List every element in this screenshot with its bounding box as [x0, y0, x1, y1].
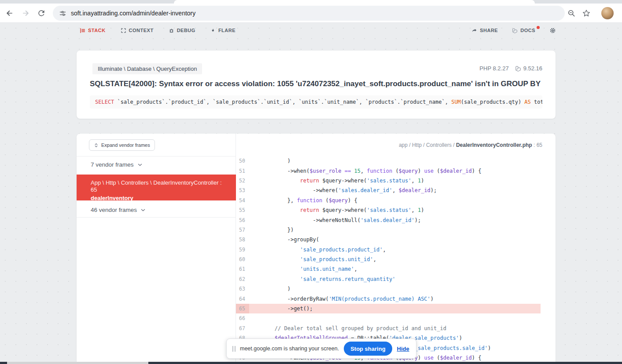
browser-tab-strip [0, 0, 622, 4]
token: ->orderByRaw( [249, 296, 329, 302]
vendor-frames-top-label: 7 vendor frames [91, 161, 134, 168]
token: $query [329, 197, 348, 204]
token: 'units.unit_name' [300, 266, 354, 272]
settings-gear-button[interactable] [549, 27, 556, 34]
exception-class-badge: Illuminate \ Database \ QueryException [92, 63, 202, 74]
profile-avatar[interactable] [601, 7, 614, 19]
share-status-text: meet.google.com is sharing your screen. [240, 346, 339, 352]
url-bar[interactable]: soft.inayattrading.com/admin/dealer-inve… [53, 6, 565, 21]
token: ) [418, 355, 424, 361]
token: 'sales.status' [367, 178, 411, 184]
expand-vendor-frames-button[interactable]: Expand vendor frames [89, 139, 155, 151]
reload-button[interactable] [37, 9, 46, 18]
token: $dealer_id [440, 168, 472, 174]
token: , [361, 168, 367, 174]
code-line: 54 }, function ($query) { [236, 196, 541, 205]
code-text: ->where('sales.dealer_id', $dealer_id); [249, 187, 437, 193]
line-number: 50 [236, 156, 249, 166]
line-number: 61 [236, 264, 249, 274]
divider [77, 217, 236, 218]
zoom-icon[interactable] [567, 9, 576, 18]
token: ) { [472, 168, 482, 174]
tab-flare[interactable]: FLARE [210, 28, 236, 33]
token: ) { [472, 355, 482, 361]
code-text: return $query->where('sales.status', 1) [249, 207, 424, 213]
line-number: 59 [236, 245, 249, 255]
file-path[interactable]: app / Http / Controllers / DealerInvento… [399, 142, 542, 148]
token: ->when( [249, 168, 309, 174]
stop-sharing-button[interactable]: Stop sharing [344, 342, 392, 356]
code-line: 53 ->where('sales.dealer_id', $dealer_id… [236, 186, 541, 195]
back-button[interactable] [5, 9, 14, 18]
tab-context[interactable]: CONTEXT [121, 28, 154, 33]
token: $user_role [309, 168, 341, 174]
vendor-frames-group-bottom[interactable]: 46 vendor frames [91, 207, 145, 213]
site-info-icon[interactable] [59, 10, 66, 17]
tab-context-label: CONTEXT [129, 28, 154, 33]
gear-icon [549, 27, 556, 34]
tab-debug[interactable]: DEBUG [169, 28, 195, 33]
token: ( [434, 355, 440, 361]
line-number: 52 [236, 176, 249, 186]
token: 'sale_products.product_id' [300, 247, 383, 253]
token [249, 207, 300, 213]
token: ) { [348, 197, 357, 204]
code-line: 55 return $query->where('sales.status', … [236, 205, 541, 215]
stack-trace-card: Expand vendor frames 7 vendor frames App… [77, 134, 556, 364]
code-line: 61 'units.unit_name', [236, 264, 541, 274]
chevron-down-icon [138, 164, 142, 166]
token: $dealer_id [399, 187, 431, 193]
flare-nav-tabs: STACK CONTEXT DEBUG FLARE [80, 28, 236, 33]
share-label: SHARE [480, 28, 498, 33]
token [249, 256, 300, 262]
code-text: ) [249, 158, 291, 164]
vendor-frames-bottom-label: 46 vendor frames [91, 207, 137, 213]
share-button[interactable]: SHARE [471, 28, 498, 33]
forward-button[interactable] [21, 9, 30, 18]
token [249, 266, 300, 272]
file-path-line: : 65 [532, 142, 542, 148]
bookmark-star-icon[interactable] [582, 9, 591, 18]
code-text: 'sale_products.unit_id', [249, 256, 376, 262]
error-message: SQLSTATE[42000]: Syntax error or access … [90, 80, 541, 88]
token: , [383, 247, 386, 253]
token: 'sales.status' [367, 207, 411, 213]
token: , [373, 256, 376, 262]
bug-icon [169, 28, 174, 33]
token: ->whereNotNull( [249, 217, 361, 223]
tab-stack[interactable]: STACK [80, 28, 106, 33]
laravel-version: 9.52.16 [515, 65, 542, 72]
token: AS [524, 99, 530, 105]
token: 'sale_returns.return_quantity' [300, 276, 396, 282]
token: total_quantity, [531, 99, 542, 105]
code-line: 56 ->whereNotNull('sales.dealer_id'); [236, 215, 541, 225]
token: ) [459, 335, 462, 341]
hide-link[interactable]: Hide [397, 346, 409, 352]
vendor-frames-group-top[interactable]: 7 vendor frames [91, 161, 142, 168]
code-text: return $query->where('sales.status', 1) [249, 178, 424, 184]
token: return [300, 178, 319, 184]
code-line: 63 ) [236, 284, 541, 294]
token: use [424, 168, 434, 174]
stack-frames-panel: Expand vendor frames 7 vendor frames App… [77, 134, 236, 364]
token: `sale_products`.`product_id`, `sale_prod… [114, 99, 451, 105]
tab-stack-label: STACK [88, 28, 106, 33]
version-info: PHP 8.2.27 9.52.16 [479, 65, 542, 72]
token: 'MIN(products.product_name) ASC' [329, 296, 431, 302]
token: use [424, 355, 434, 361]
sql-query: SELECT `sale_products`.`product_id`, `sa… [90, 95, 542, 109]
token: ( [392, 168, 398, 174]
browser-active-tab[interactable] [174, 0, 535, 4]
line-number: 62 [236, 274, 249, 284]
token: ( [322, 197, 328, 204]
drag-handle[interactable] [232, 346, 236, 352]
code-text: ) [249, 286, 291, 292]
bottom-scrollbar-thumb[interactable] [7, 362, 148, 364]
token: }) [249, 227, 294, 233]
token: ( [434, 168, 440, 174]
docs-button[interactable]: DOCS [512, 28, 535, 33]
token [342, 168, 345, 174]
token: , [354, 266, 357, 272]
tab-flare-label: FLARE [218, 28, 236, 33]
active-stack-frame[interactable]: App \ Http \ Controllers \ DealerInvento… [77, 175, 236, 200]
